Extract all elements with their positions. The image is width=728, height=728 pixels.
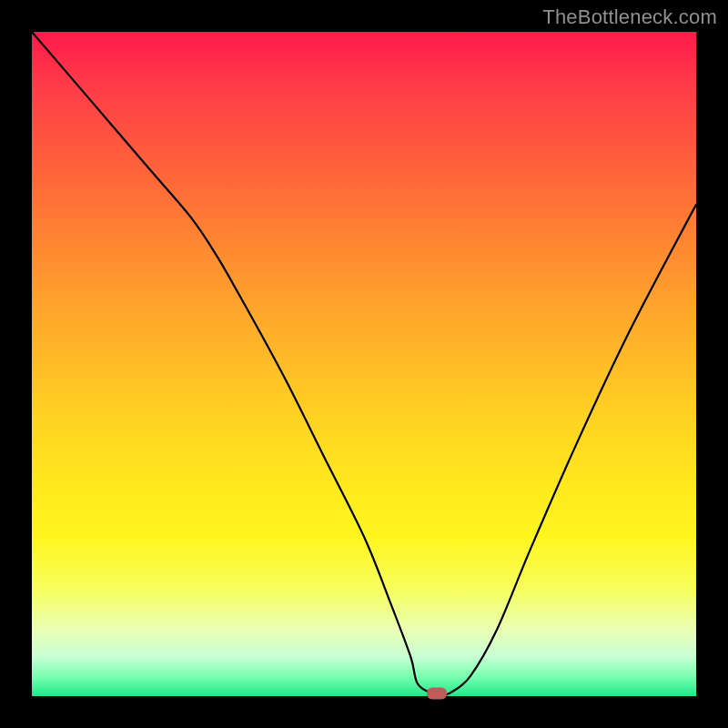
optimum-marker: [427, 688, 447, 700]
plot-area: [32, 32, 696, 696]
chart-frame: TheBottleneck.com: [0, 0, 728, 728]
bottleneck-curve: [32, 32, 696, 696]
watermark-text: TheBottleneck.com: [542, 5, 717, 29]
